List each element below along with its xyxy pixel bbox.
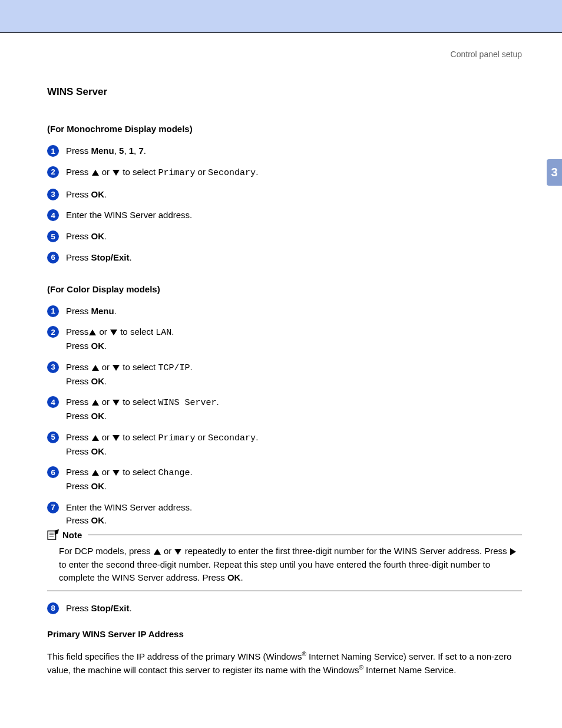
step-row: 6 Press Stop/Exit.	[47, 251, 522, 264]
step-badge: 3	[47, 361, 59, 373]
step-text: Press Menu, 5, 1, 7.	[66, 144, 146, 157]
up-arrow-icon	[92, 400, 99, 406]
chapter-tab: 3	[547, 159, 562, 186]
down-arrow-icon	[113, 435, 120, 441]
step-badge: 2	[47, 326, 59, 338]
note-label: Note	[62, 530, 82, 540]
right-arrow-icon	[510, 548, 516, 555]
step-text: Press OK.	[66, 188, 107, 201]
step-text: Press OK.	[66, 230, 107, 243]
section-title: WINS Server	[47, 86, 522, 98]
down-arrow-icon	[113, 470, 120, 476]
down-arrow-icon	[113, 365, 120, 371]
up-arrow-icon	[92, 435, 99, 441]
step-text: Press or to select Primary or Secondary.…	[66, 431, 258, 458]
mono-step-list: 1 Press Menu, 5, 1, 7. 2 Press or to sel…	[47, 144, 522, 264]
step-badge: 3	[47, 189, 59, 200]
step-text: Press Stop/Exit.	[66, 251, 132, 264]
step-text: Press Menu.	[66, 305, 117, 318]
step-row: 3 Press or to select TCP/IP. Press OK.	[47, 361, 522, 388]
step-text: Press Stop/Exit.	[66, 602, 132, 615]
step-row: 6 Press or to select Change. Press OK.	[47, 466, 522, 493]
step-row: 4 Enter the WINS Server address.	[47, 209, 522, 222]
up-arrow-icon	[89, 330, 96, 335]
color-step-list: 1 Press Menu. 2 Press or to select LAN. …	[47, 305, 522, 527]
up-arrow-icon	[92, 470, 99, 476]
step-row: 1 Press Menu, 5, 1, 7.	[47, 144, 522, 157]
down-arrow-icon	[113, 170, 120, 176]
step-row: 8 Press Stop/Exit.	[47, 602, 522, 615]
svg-rect-0	[48, 531, 56, 539]
step-row: 5 Press OK.	[47, 230, 522, 243]
step-badge: 6	[47, 252, 59, 263]
step-badge: 1	[47, 145, 59, 157]
step-row: 5 Press or to select Primary or Secondar…	[47, 431, 522, 458]
step-text: Enter the WINS Server address. Press OK.	[66, 501, 192, 527]
top-header-band	[0, 0, 562, 33]
step-badge: 2	[47, 166, 59, 178]
step-text: Press or to select WINS Server. Press OK…	[66, 396, 219, 423]
step-row: 7 Enter the WINS Server address. Press O…	[47, 501, 522, 527]
primary-subheading: Primary WINS Server IP Address	[47, 629, 522, 639]
down-arrow-icon	[174, 549, 181, 555]
step-row: 1 Press Menu.	[47, 305, 522, 318]
step-badge: 4	[47, 396, 59, 408]
up-arrow-icon	[92, 365, 99, 371]
step-row: 4 Press or to select WINS Server. Press …	[47, 396, 522, 423]
step-badge: 1	[47, 305, 59, 317]
step-text: Press or to select Change. Press OK.	[66, 466, 193, 493]
note-icon	[47, 529, 59, 540]
note-heading: Note	[47, 529, 88, 540]
step-badge: 5	[47, 230, 59, 242]
step-badge: 6	[47, 466, 59, 478]
color-subheading: (For Color Display models)	[47, 284, 522, 294]
breadcrumb-label: Control panel setup	[0, 33, 562, 59]
note-callout: Note For DCP models, press or repeatedly…	[47, 535, 522, 591]
step-badge: 7	[47, 502, 59, 513]
step-text: Press or to select Primary or Secondary.	[66, 166, 258, 180]
step-text: Enter the WINS Server address.	[66, 209, 192, 222]
step-row: 2 Press or to select Primary or Secondar…	[47, 166, 522, 180]
page-content: WINS Server (For Monochrome Display mode…	[0, 86, 562, 677]
step-text: Press or to select LAN. Press OK.	[66, 325, 174, 353]
note-body: For DCP models, press or repeatedly to e…	[47, 545, 522, 585]
down-arrow-icon	[110, 330, 117, 335]
mono-subheading: (For Monochrome Display models)	[47, 124, 522, 134]
step-row: 2 Press or to select LAN. Press OK.	[47, 325, 522, 353]
step-badge: 8	[47, 602, 59, 614]
step-text: Press or to select TCP/IP. Press OK.	[66, 361, 193, 388]
primary-paragraph: This field specifies the IP address of t…	[47, 650, 522, 677]
step-badge: 4	[47, 209, 59, 221]
up-arrow-icon	[92, 170, 99, 176]
step-row: 3 Press OK.	[47, 188, 522, 201]
step-badge: 5	[47, 431, 59, 443]
down-arrow-icon	[113, 400, 120, 406]
up-arrow-icon	[154, 549, 161, 555]
